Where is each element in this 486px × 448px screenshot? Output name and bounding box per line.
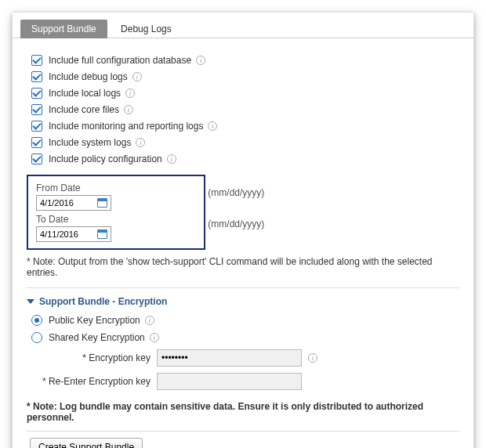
check-local-logs[interactable] xyxy=(31,88,42,99)
check-label: Include debug logs xyxy=(49,71,128,82)
from-date-input[interactable] xyxy=(37,196,95,210)
radio-shared-key[interactable] xyxy=(31,332,42,343)
info-icon[interactable]: i xyxy=(124,105,133,114)
info-icon[interactable]: i xyxy=(150,333,159,342)
check-monitoring-reporting[interactable] xyxy=(31,121,42,132)
section-title: Support Bundle - Encryption xyxy=(39,296,167,307)
info-icon[interactable]: i xyxy=(208,121,217,131)
from-date-picker-button[interactable] xyxy=(95,196,109,210)
check-core-files[interactable] xyxy=(31,104,42,115)
chevron-down-icon xyxy=(27,299,34,304)
calendar-icon xyxy=(97,198,107,208)
date-format-hint: (mm/dd/yyyy) xyxy=(208,187,264,219)
reenter-encryption-key-input[interactable] xyxy=(157,373,302,390)
tab-support-bundle[interactable]: Support Bundle xyxy=(20,20,107,38)
check-label: Include core files xyxy=(49,104,119,115)
radio-public-key[interactable] xyxy=(31,315,42,326)
note-tech-support: * Note: Output from the 'show tech-suppo… xyxy=(27,256,459,278)
check-label: Include system logs xyxy=(49,137,131,148)
calendar-icon xyxy=(97,229,107,239)
reenter-encryption-key-label: * Re-Enter Encryption key xyxy=(27,376,151,387)
to-date-label: To Date xyxy=(36,214,196,225)
to-date-picker-button[interactable] xyxy=(95,227,109,241)
info-icon[interactable]: i xyxy=(125,89,135,98)
section-header-encryption[interactable]: Support Bundle - Encryption xyxy=(27,296,459,307)
divider xyxy=(27,287,459,288)
check-system-logs[interactable] xyxy=(31,137,42,148)
to-date-input[interactable] xyxy=(37,227,95,241)
info-icon[interactable]: i xyxy=(308,353,317,363)
divider xyxy=(27,431,459,432)
info-icon[interactable]: i xyxy=(167,154,176,164)
check-label: Include monitoring and reporting logs xyxy=(49,121,203,132)
note-sensitive-data: * Note: Log bundle may contain sensitive… xyxy=(27,401,459,423)
encryption-key-input[interactable] xyxy=(157,349,302,367)
info-icon[interactable]: i xyxy=(145,316,154,325)
support-bundle-panel: Support Bundle Debug Logs Include full c… xyxy=(12,12,474,448)
create-support-bundle-button[interactable]: Create Support Bundle xyxy=(30,438,143,448)
check-policy-config[interactable] xyxy=(31,154,42,164)
info-icon[interactable]: i xyxy=(136,138,145,147)
tab-bar: Support Bundle Debug Logs xyxy=(13,13,473,38)
radio-label: Shared Key Encryption xyxy=(49,332,145,343)
from-date-label: From Date xyxy=(36,182,196,193)
date-range-frame: From Date To Date xyxy=(27,175,205,250)
encryption-key-label: * Encryption key xyxy=(27,352,151,363)
check-debug-logs[interactable] xyxy=(31,71,42,82)
date-format-hint: (mm/dd/yyyy) xyxy=(208,219,264,250)
info-icon[interactable]: i xyxy=(196,56,205,65)
check-full-config-db[interactable] xyxy=(31,55,42,66)
check-label: Include local logs xyxy=(49,88,121,99)
tab-debug-logs[interactable]: Debug Logs xyxy=(110,20,183,38)
check-label: Include policy configuration xyxy=(49,154,162,164)
radio-label: Public Key Encryption xyxy=(49,315,140,326)
info-icon[interactable]: i xyxy=(132,72,142,81)
check-label: Include full configuration database xyxy=(49,55,191,66)
